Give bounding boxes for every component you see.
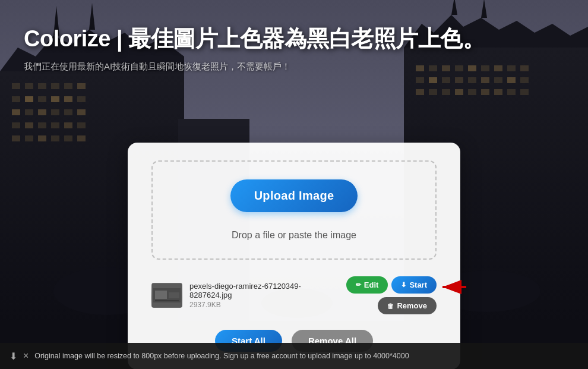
remove-row: 🗑 Remove [378,297,437,314]
start-label: Start [409,280,427,289]
thumbnail-preview-icon [152,283,182,307]
svg-rect-28 [64,96,72,102]
svg-rect-53 [429,89,437,95]
svg-rect-24 [38,122,46,128]
svg-rect-56 [468,89,476,95]
svg-rect-18 [12,109,20,115]
main-title: Colorize | 最佳圖片上色器為黑白老照片上色。 [24,24,564,54]
svg-rect-66 [520,89,529,95]
svg-rect-14 [12,96,20,102]
trash-icon: 🗑 [387,302,394,310]
file-size: 2937.9KB [189,301,339,309]
svg-rect-17 [51,96,59,102]
svg-rect-33 [77,122,86,128]
svg-rect-20 [38,109,46,115]
start-button[interactable]: ⬇ Start [391,276,437,294]
svg-rect-19 [25,109,33,115]
svg-rect-57 [481,89,489,95]
upload-card: Upload Image Drop a file or paste the im… [128,143,460,369]
download-icon[interactable]: ⬇ [10,351,17,362]
remove-label: Remove [397,301,427,310]
remove-button[interactable]: 🗑 Remove [378,297,437,314]
sub-title: 我們正在使用最新的AI技術自動且瞬間地恢復老照片，不需要帳戶！ [24,61,564,72]
svg-rect-34 [12,135,20,141]
svg-rect-22 [12,122,20,128]
svg-rect-36 [38,135,46,141]
svg-rect-32 [64,122,72,128]
red-arrow-svg [440,276,469,298]
svg-rect-29 [77,96,86,102]
file-actions-row: ✏ Edit ⬇ Start [346,276,437,294]
svg-rect-38 [64,135,72,141]
drop-text: Drop a file or paste the image [165,230,423,241]
svg-rect-52 [416,89,424,95]
svg-rect-73 [155,291,167,299]
svg-rect-74 [169,292,179,298]
svg-rect-15 [25,96,33,102]
edit-icon: ✏ [356,281,361,289]
edit-button[interactable]: ✏ Edit [346,276,388,294]
file-thumbnail-inner [151,283,182,308]
svg-rect-31 [77,109,86,115]
red-arrow [440,276,469,300]
svg-rect-65 [507,89,516,95]
svg-rect-64 [494,89,502,95]
bottom-bar-notice: Original image will be resized to 800px … [34,352,409,360]
svg-rect-30 [64,109,72,115]
start-icon: ⬇ [401,281,406,289]
upload-image-button[interactable]: Upload Image [230,179,358,212]
svg-rect-37 [51,135,59,141]
header: Colorize | 最佳圖片上色器為黑白老照片上色。 我們正在使用最新的AI技… [0,0,588,84]
file-thumbnail [151,283,182,308]
close-icon[interactable]: × [23,351,29,361]
svg-rect-35 [25,135,33,141]
edit-label: Edit [364,280,379,289]
svg-rect-39 [77,135,86,141]
svg-rect-25 [51,122,59,128]
svg-rect-55 [455,89,463,95]
svg-rect-21 [51,109,59,115]
svg-rect-54 [442,89,450,95]
file-row: pexels-diego-ramirez-67120349-8287624.jp… [151,272,437,319]
file-actions: ✏ Edit ⬇ Start 🗑 Remove [346,276,437,314]
file-info: pexels-diego-ramirez-67120349-8287624.jp… [189,282,339,309]
svg-rect-23 [25,122,33,128]
svg-rect-16 [38,96,46,102]
file-name: pexels-diego-ramirez-67120349-8287624.jp… [189,282,339,299]
upload-zone[interactable]: Upload Image Drop a file or paste the im… [151,160,437,260]
bottom-bar: ⬇ × Original image will be resized to 80… [0,343,588,369]
svg-rect-75 [155,300,179,301]
